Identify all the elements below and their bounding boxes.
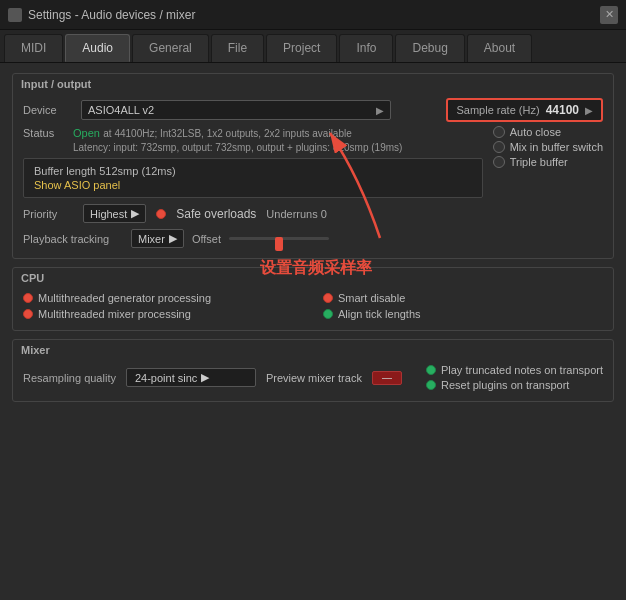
preview-track-label: Preview mixer track [266,372,362,384]
mixer-title: Mixer [13,340,613,358]
mix-in-buffer-label: Mix in buffer switch [510,141,603,153]
app-icon [8,8,22,22]
status-open: Open [73,127,100,139]
tab-debug[interactable]: Debug [395,34,464,62]
playback-row: Playback tracking Mixer ▶ Offset [23,229,603,248]
cpu-option-2: Multithreaded mixer processing [23,308,303,320]
preview-track-value: — [382,372,392,383]
playback-label: Playback tracking [23,233,123,245]
input-output-body: Device ASIO4ALL v2 ▶ Sample rate (Hz) 44… [13,92,613,258]
mix-in-buffer-option: Mix in buffer switch [493,141,603,153]
buffer-area: Buffer length 512smp (12ms) Show ASIO pa… [23,158,483,198]
slider-thumb[interactable] [275,237,283,251]
auto-close-label: Auto close [510,126,561,138]
mixer-section: Mixer Resampling quality 24-point sinc ▶… [12,339,614,402]
chinese-annotation: 设置音频采样率 [260,258,372,279]
priority-row: Priority Highest ▶ Safe overloads Underr… [23,204,603,223]
close-button[interactable]: ✕ [600,6,618,24]
auto-close-checkbox[interactable] [493,126,505,138]
status-detail2: Latency: input: 732smp, output: 732smp, … [73,142,402,153]
priority-arrow-icon: ▶ [131,207,139,220]
mix-in-buffer-checkbox[interactable] [493,141,505,153]
play-truncated-option: Play truncated notes on transport [426,364,603,376]
right-options: Auto close Mix in buffer switch Triple b… [493,126,603,198]
multithreaded-mix-radio[interactable] [23,309,33,319]
sample-rate-arrow-icon: ▶ [585,105,593,116]
mixer-grid: Resampling quality 24-point sinc ▶ Previ… [23,364,603,391]
slider-track [229,237,329,240]
auto-close-option: Auto close [493,126,603,138]
cpu-body: Multithreaded generator processing Smart… [13,286,613,330]
input-output-section: Input / output Device ASIO4ALL v2 ▶ Samp… [12,73,614,259]
buffer-box: Buffer length 512smp (12ms) Show ASIO pa… [23,158,483,198]
sample-rate-label: Sample rate (Hz) [456,104,539,116]
status-detail1: at 44100Hz; Int32LSB, 1x2 outputs, 2x2 i… [103,128,352,139]
preview-track-box[interactable]: — [372,371,402,385]
playback-select[interactable]: Mixer ▶ [131,229,184,248]
multithreaded-gen-radio[interactable] [23,293,33,303]
underruns-label: Underruns 0 [266,208,327,220]
cpu-option-3: Smart disable [323,292,603,304]
align-tick-radio[interactable] [323,309,333,319]
status-label: Status [23,126,73,139]
offset-label: Offset [192,233,221,245]
tab-info[interactable]: Info [339,34,393,62]
sample-rate-value: 44100 [546,103,579,117]
multithreaded-gen-label: Multithreaded generator processing [38,292,211,304]
device-arrow-icon: ▶ [376,105,384,116]
tab-about[interactable]: About [467,34,532,62]
reset-plugins-option: Reset plugins on transport [426,379,603,391]
align-tick-label: Align tick lengths [338,308,421,320]
safe-overloads-radio[interactable] [156,209,166,219]
smart-disable-label: Smart disable [338,292,405,304]
tab-bar: MIDI Audio General File Project Info Deb… [0,30,626,63]
mixer-right-options: Play truncated notes on transport Reset … [426,364,603,391]
playback-arrow-icon: ▶ [169,232,177,245]
triple-buffer-label: Triple buffer [510,156,568,168]
status-buffer-row: Status Open at 44100Hz; Int32LSB, 1x2 ou… [23,126,603,198]
buffer-text: Buffer length 512smp (12ms) [34,165,176,177]
device-select[interactable]: ASIO4ALL v2 ▶ [81,100,391,120]
offset-slider[interactable] [229,231,329,247]
status-left: Status Open at 44100Hz; Int32LSB, 1x2 ou… [23,126,483,198]
triple-buffer-checkbox[interactable] [493,156,505,168]
cpu-option-4: Align tick lengths [323,308,603,320]
device-label: Device [23,104,73,116]
status-row: Status Open at 44100Hz; Int32LSB, 1x2 ou… [23,126,483,154]
resampling-label: Resampling quality [23,372,116,384]
smart-disable-radio[interactable] [323,293,333,303]
tab-midi[interactable]: MIDI [4,34,63,62]
sample-rate-box[interactable]: Sample rate (Hz) 44100 ▶ [446,98,603,122]
mixer-body: Resampling quality 24-point sinc ▶ Previ… [13,358,613,401]
triple-buffer-option: Triple buffer [493,156,603,168]
priority-label: Priority [23,208,73,220]
title-bar-left: Settings - Audio devices / mixer [8,8,195,22]
tab-general[interactable]: General [132,34,209,62]
asio-panel-link[interactable]: Show ASIO panel [34,179,120,191]
priority-select[interactable]: Highest ▶ [83,204,146,223]
reset-plugins-radio[interactable] [426,380,436,390]
cpu-option-1: Multithreaded generator processing [23,292,303,304]
status-info: Open at 44100Hz; Int32LSB, 1x2 outputs, … [73,126,402,154]
quality-select[interactable]: 24-point sinc ▶ [126,368,256,387]
window-title: Settings - Audio devices / mixer [28,8,195,22]
input-output-title: Input / output [13,74,613,92]
title-bar: Settings - Audio devices / mixer ✕ [0,0,626,30]
play-truncated-label: Play truncated notes on transport [441,364,603,376]
tab-audio[interactable]: Audio [65,34,130,62]
tab-project[interactable]: Project [266,34,337,62]
safe-overloads-label: Safe overloads [176,207,256,221]
play-truncated-radio[interactable] [426,365,436,375]
tab-file[interactable]: File [211,34,264,62]
quality-arrow-icon: ▶ [201,371,209,384]
main-content: Input / output Device ASIO4ALL v2 ▶ Samp… [0,63,626,420]
reset-plugins-label: Reset plugins on transport [441,379,569,391]
device-row: Device ASIO4ALL v2 ▶ Sample rate (Hz) 44… [23,98,603,122]
multithreaded-mix-label: Multithreaded mixer processing [38,308,191,320]
